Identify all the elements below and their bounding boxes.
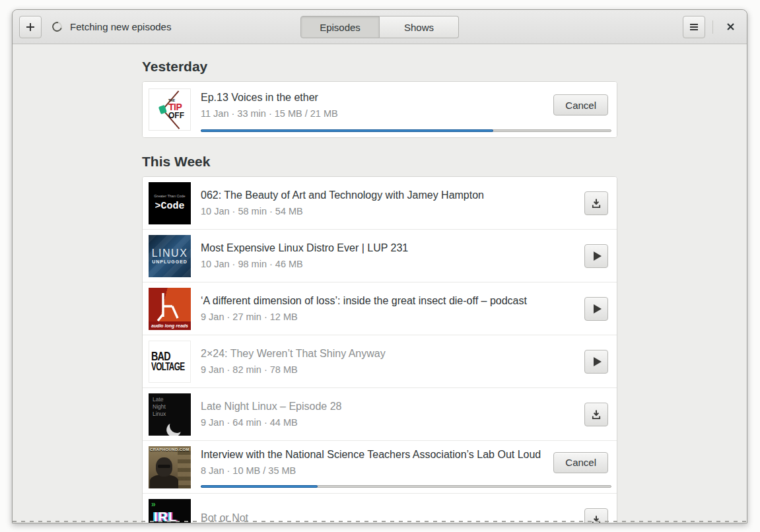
download-icon bbox=[591, 515, 602, 523]
tab-shows[interactable]: Shows bbox=[380, 16, 459, 38]
plus-icon bbox=[25, 22, 36, 32]
download-icon bbox=[591, 198, 602, 209]
episode-title: Most Expensive Linux Distro Ever | LUP 2… bbox=[201, 242, 574, 254]
episode-row[interactable]: Greater Than Code>Code062: The Beauty of… bbox=[143, 177, 617, 230]
episode-title: ‘A different dimension of loss’: inside … bbox=[201, 295, 574, 307]
episode-meta: 11 Jan · 33 min · 15 MB / 21 MB bbox=[201, 108, 543, 119]
craphound-cover-art: CRAPHOUND.COM bbox=[149, 446, 191, 488]
episode-title: Late Night Linux – Episode 28 bbox=[201, 401, 574, 413]
episode-meta: 8 Jan · 10 MB / 35 MB bbox=[201, 465, 543, 476]
controls-separator bbox=[712, 20, 713, 34]
greater-than-code-cover-art: Greater Than Code>Code bbox=[149, 182, 191, 224]
play-icon bbox=[594, 357, 602, 366]
episodes-column: YesterdayTHETIPOFFEp.13 Voices in the et… bbox=[142, 59, 617, 523]
episode-info: Interview with the National Science Teac… bbox=[201, 449, 543, 476]
episode-info: 2×24: They Weren’t That Shiny Anyway9 Ja… bbox=[201, 348, 574, 375]
section-this-week: This WeekGreater Than Code>Code062: The … bbox=[142, 154, 617, 523]
download-button[interactable] bbox=[584, 191, 608, 215]
episode-info: Most Expensive Linux Distro Ever | LUP 2… bbox=[201, 242, 574, 269]
episode-meta: 10 Jan · 58 min · 54 MB bbox=[201, 206, 574, 216]
episode-title: 062: The Beauty of Art and Technology wi… bbox=[201, 189, 574, 201]
scroll-undershoot-indicator bbox=[13, 521, 747, 522]
episode-title: Interview with the National Science Teac… bbox=[201, 449, 543, 461]
loading-spinner-icon bbox=[50, 20, 63, 33]
play-icon bbox=[594, 251, 602, 261]
tip-off-cover-art: THETIPOFF bbox=[149, 88, 191, 131]
section-yesterday: YesterdayTHETIPOFFEp.13 Voices in the et… bbox=[142, 59, 617, 138]
view-switcher: Episodes Shows bbox=[300, 16, 459, 38]
episode-info: ‘A different dimension of loss’: inside … bbox=[201, 295, 574, 322]
status-text: Fetching new episodes bbox=[70, 21, 171, 32]
episode-meta: 10 Jan · 98 min · 46 MB bbox=[201, 259, 574, 269]
episodes-view: YesterdayTHETIPOFFEp.13 Voices in the et… bbox=[13, 44, 747, 523]
late-night-linux-cover-art: LateNightLinux bbox=[149, 393, 191, 436]
section-heading: This Week bbox=[142, 154, 617, 170]
play-button[interactable] bbox=[584, 244, 608, 268]
episode-meta: 9 Jan · 82 min · 78 MB bbox=[201, 364, 574, 375]
episode-meta: 9 Jan · 64 min · 44 MB bbox=[201, 417, 574, 428]
download-progress-fill bbox=[201, 129, 493, 132]
podcasts-app-window: Fetching new episodes Episodes Shows Yes… bbox=[12, 9, 747, 523]
episode-list-card: Greater Than Code>Code062: The Beauty of… bbox=[142, 176, 617, 523]
header-bar: Fetching new episodes Episodes Shows bbox=[13, 10, 747, 44]
episode-row[interactable]: BADVOLTAGE2×24: They Weren’t That Shiny … bbox=[143, 335, 617, 388]
episode-title: Ep.13 Voices in the ether bbox=[201, 92, 543, 104]
download-progress-bar bbox=[201, 129, 611, 132]
menu-button[interactable] bbox=[683, 16, 705, 38]
episode-info: Ep.13 Voices in the ether11 Jan · 33 min… bbox=[201, 92, 543, 119]
close-button[interactable] bbox=[720, 17, 740, 37]
episode-row[interactable]: CRAPHOUND.COMInterview with the National… bbox=[143, 441, 617, 494]
episode-row[interactable]: THETIPOFFEp.13 Voices in the ether11 Jan… bbox=[143, 82, 617, 137]
tab-episodes[interactable]: Episodes bbox=[300, 16, 380, 38]
download-icon bbox=[591, 409, 602, 420]
linux-unplugged-cover-art: LINUXUNPLUGGED bbox=[149, 235, 191, 277]
download-progress-fill bbox=[201, 485, 318, 488]
episode-row[interactable]: audio long reads‘A different dimension o… bbox=[143, 283, 617, 335]
cancel-button[interactable]: Cancel bbox=[553, 452, 608, 473]
download-button[interactable] bbox=[584, 403, 608, 426]
cancel-button[interactable]: Cancel bbox=[553, 94, 608, 116]
play-icon bbox=[594, 304, 602, 314]
section-heading: Yesterday bbox=[142, 59, 617, 75]
hamburger-icon bbox=[689, 22, 699, 32]
episode-row[interactable]: »IRLBot or Not bbox=[143, 494, 617, 523]
episode-list-card: THETIPOFFEp.13 Voices in the ether11 Jan… bbox=[142, 81, 617, 138]
crescent-moon-icon bbox=[168, 416, 186, 434]
add-podcast-button[interactable] bbox=[19, 16, 42, 38]
irl-cover-art: »IRL bbox=[149, 499, 191, 523]
episode-row[interactable]: LateNightLinuxLate Night Linux – Episode… bbox=[143, 388, 617, 441]
episode-info: Late Night Linux – Episode 289 Jan · 64 … bbox=[201, 401, 574, 428]
audio-long-reads-cover-art: audio long reads bbox=[149, 288, 191, 330]
close-icon bbox=[726, 22, 735, 31]
download-progress-bar bbox=[201, 485, 611, 488]
play-button[interactable] bbox=[584, 297, 608, 321]
window-controls bbox=[683, 16, 740, 38]
bad-voltage-cover-art: BADVOLTAGE bbox=[149, 341, 191, 383]
episode-info: 062: The Beauty of Art and Technology wi… bbox=[201, 189, 574, 216]
play-button[interactable] bbox=[584, 350, 608, 374]
episode-meta: 9 Jan · 27 min · 12 MB bbox=[201, 312, 574, 322]
episode-title: 2×24: They Weren’t That Shiny Anyway bbox=[201, 348, 574, 360]
episode-row[interactable]: LINUXUNPLUGGEDMost Expensive Linux Distr… bbox=[143, 230, 617, 283]
